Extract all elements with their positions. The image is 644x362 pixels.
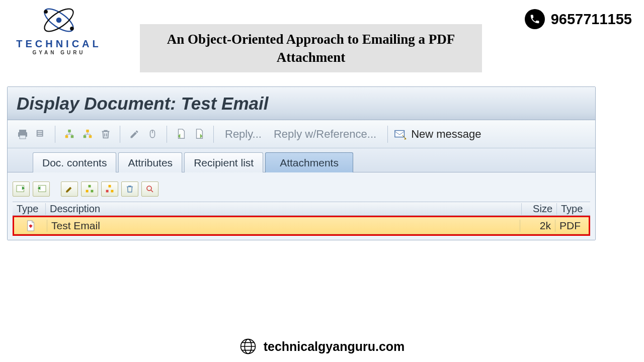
import-icon[interactable] [13,182,30,197]
page-header: TECHNICAL GYAN GURU An Object-Oriented A… [0,0,644,80]
table-row[interactable]: Test Email 2k PDF [14,217,589,234]
reply-button[interactable]: Reply... [220,128,267,141]
mini-search-icon[interactable] [141,182,158,197]
toolbar-separator [55,126,55,143]
sap-tab-strip: Doc. contents Attributes Recipient list … [8,148,595,172]
contact-phone: 9657711155 [525,9,632,29]
col-header-type[interactable]: Type [13,203,46,215]
trash-icon[interactable] [98,126,114,142]
mini-pencil-icon[interactable] [61,182,78,197]
sap-window: Display Document: Test Email Reply... Re… [7,86,596,240]
toolbar-separator [213,126,214,143]
svg-rect-24 [106,190,109,193]
svg-rect-12 [86,129,89,132]
svg-rect-8 [37,130,43,136]
logo-sub-text: GYAN GURU [11,50,107,55]
svg-rect-25 [111,190,113,193]
toolbar-separator [120,126,120,143]
mini-hierarchy-add-icon[interactable] [81,182,98,197]
print-icon[interactable] [15,126,31,142]
page-title-box: An Object-Oriented Approach to Emailing … [140,24,482,72]
svg-point-26 [147,186,151,191]
pdf-file-icon [14,220,47,232]
doc-prev-icon[interactable] [173,126,189,142]
doc-next-icon[interactable] [191,126,207,142]
svg-rect-11 [71,135,74,138]
tab-attributes[interactable]: Attributes [118,152,182,172]
svg-point-2 [56,18,62,23]
mini-trash-icon[interactable] [121,182,138,197]
svg-point-4 [70,27,74,31]
svg-point-3 [44,10,48,14]
svg-rect-23 [109,185,111,188]
new-message-label: New message [411,128,481,141]
svg-rect-17 [395,130,405,137]
col-header-filetype[interactable]: Type [557,203,590,215]
svg-rect-14 [89,135,92,138]
attachment-filetype: PDF [555,220,589,232]
attachment-size: 2k [520,220,555,232]
new-message-icon [394,128,407,140]
tab-attachments[interactable]: Attachments [265,152,353,172]
phone-number: 9657711155 [551,11,632,28]
brand-logo: TECHNICAL GYAN GURU [11,4,107,55]
find-icon[interactable] [33,126,49,142]
phone-icon [525,9,545,29]
logo-main-text: TECHNICAL [11,38,107,50]
reply-with-reference-button[interactable]: Reply w/Reference... [269,128,381,141]
sap-main-toolbar: Reply... Reply w/Reference... New messag… [8,120,595,148]
svg-rect-9 [68,129,71,132]
attachment-description: Test Email [47,220,520,232]
attachments-toolbar [13,179,590,199]
svg-rect-20 [89,185,91,188]
hierarchy-remove-icon[interactable] [79,126,96,142]
mouse-icon[interactable] [144,126,160,142]
export-icon[interactable] [33,182,50,197]
svg-rect-7 [20,135,26,139]
attachments-highlight-frame: Test Email 2k PDF [13,216,590,236]
col-header-description[interactable]: Description [46,203,522,215]
website-url: technicalgyanguru.com [264,339,405,354]
tab-recipient-list[interactable]: Recipient list [184,152,263,172]
new-message-button[interactable]: New message [394,128,481,141]
svg-rect-21 [86,190,89,193]
svg-rect-22 [91,190,93,193]
svg-rect-5 [19,130,26,132]
col-header-size[interactable]: Size [522,203,557,215]
attachments-panel: Type Description Size Type Test Email 2k… [8,172,595,240]
tab-doc-contents[interactable]: Doc. contents [33,152,116,172]
mini-hierarchy-remove-icon[interactable] [101,182,118,197]
sap-window-title: Display Document: Test Email [17,94,269,114]
toolbar-separator [387,126,388,143]
logo-atom-icon [39,4,78,36]
toolbar-separator [167,126,167,143]
pencil-icon[interactable] [126,126,142,142]
svg-rect-13 [84,135,87,138]
svg-rect-10 [65,135,68,138]
page-footer: technicalgyanguru.com [0,338,644,355]
attachments-table-header: Type Description Size Type [13,202,590,216]
globe-icon [239,338,257,355]
hierarchy-add-icon[interactable] [61,126,77,142]
page-title: An Object-Oriented Approach to Emailing … [155,30,467,67]
sap-titlebar: Display Document: Test Email [8,87,595,120]
